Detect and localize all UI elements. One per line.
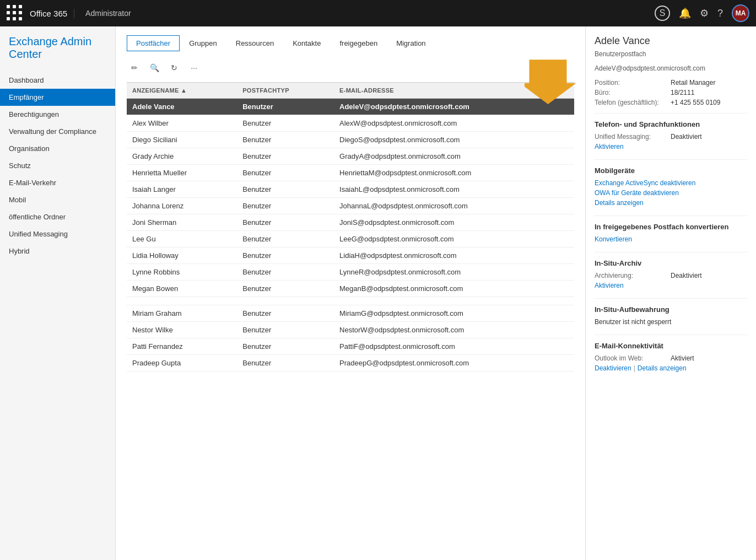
table-row[interactable]: Joni ShermanBenutzerJoniS@odpsdptest.onm… bbox=[127, 214, 574, 231]
table-row[interactable]: Patti FernandezBenutzerPattiF@odpsdptest… bbox=[127, 338, 574, 355]
cell-name: Megan Bowen bbox=[127, 281, 237, 297]
table-row[interactable]: Henrietta MuellerBenutzerHenriettaM@odps… bbox=[127, 165, 574, 181]
details2-link[interactable]: Details anzeigen bbox=[638, 364, 687, 372]
detail-telefon-label: Telefon (geschäftlich): bbox=[595, 99, 666, 106]
table-row[interactable]: Lynne RobbinsBenutzerLynneR@odpsdptest.o… bbox=[127, 264, 574, 281]
divider-3 bbox=[595, 216, 747, 216]
aktivieren-link[interactable]: Aktivieren bbox=[595, 143, 747, 150]
section-archiv: In-Situ-Archiv Archivierung: Deaktiviert… bbox=[595, 259, 747, 289]
cell-name bbox=[127, 297, 237, 305]
exchange-activesync-link[interactable]: Exchange ActiveSync deaktivieren bbox=[595, 179, 747, 187]
detail-position-row: Position: Retail Manager bbox=[595, 79, 747, 87]
section-mobil-title: Mobilgeräte bbox=[595, 166, 747, 175]
deaktivieren-link[interactable]: Deaktivieren bbox=[595, 364, 631, 372]
detail-position-value: Retail Manager bbox=[671, 79, 715, 87]
table-row[interactable]: Pradeep GuptaBenutzerPradeepG@odpsdptest… bbox=[127, 355, 574, 371]
konvertieren-link[interactable]: Konvertieren bbox=[595, 235, 747, 243]
sidebar-item-öffentliche-ordner[interactable]: öffentliche Ordner bbox=[0, 208, 115, 225]
avatar[interactable]: MA bbox=[732, 4, 749, 22]
admin-label: Administrator bbox=[85, 9, 648, 18]
cell-email: IsaiahL@odpsdptest.onmicrosoft.com bbox=[334, 181, 574, 198]
cell-email: JohannaL@odpsdptest.onmicrosoft.com bbox=[334, 198, 574, 214]
details-link[interactable]: Details anzeigen bbox=[595, 199, 747, 207]
detail-position-label: Position: bbox=[595, 79, 666, 87]
aktivieren2-link[interactable]: Aktivieren bbox=[595, 282, 747, 289]
cell-type: Benutzer bbox=[237, 305, 334, 322]
tab-freigegeben[interactable]: freigegeben bbox=[330, 35, 387, 51]
sidebar-item-verwaltung-der-compliance[interactable]: Verwaltung der Compliance bbox=[0, 123, 115, 140]
sidebar-item-unified-messaging[interactable]: Unified Messaging bbox=[0, 225, 115, 243]
archivierung-label: Archivierung: bbox=[595, 272, 666, 279]
cell-name: Grady Archie bbox=[127, 148, 237, 165]
sidebar-item-schutz[interactable]: Schutz bbox=[0, 157, 115, 174]
section-mobil: Mobilgeräte Exchange ActiveSync deaktivi… bbox=[595, 166, 747, 207]
sidebar-item-e-mail-verkehr[interactable]: E-Mail-Verkehr bbox=[0, 174, 115, 191]
sidebar-item-organisation[interactable]: Organisation bbox=[0, 140, 115, 157]
detail-buero-row: Büro: 18/2111 bbox=[595, 89, 747, 96]
cell-name: Adele Vance bbox=[127, 99, 237, 115]
detail-mailbox-type: Benutzerpostfach bbox=[595, 50, 747, 58]
cell-name: Lynne Robbins bbox=[127, 264, 237, 281]
section-freigegeben-title: In freigegebenes Postfach konvertieren bbox=[595, 223, 747, 231]
arrow-decoration bbox=[525, 57, 580, 112]
cell-name: Johanna Lorenz bbox=[127, 198, 237, 214]
table-row[interactable]: Nestor WilkeBenutzerNestorW@odpsdptest.o… bbox=[127, 322, 574, 338]
table-row[interactable] bbox=[127, 297, 574, 305]
table-row[interactable]: Diego SicilianiBenutzerDiegoS@odpsdptest… bbox=[127, 132, 574, 148]
cell-type bbox=[237, 297, 334, 305]
sidebar-item-empfänger[interactable]: Empfänger bbox=[0, 89, 115, 106]
table-row[interactable]: Johanna LorenzBenutzerJohannaL@odpsdptes… bbox=[127, 198, 574, 214]
help-icon[interactable]: ? bbox=[717, 8, 723, 19]
cell-type: Benutzer bbox=[237, 148, 334, 165]
cell-email: NestorW@odpsdptest.onmicrosoft.com bbox=[334, 322, 574, 338]
cell-type: Benutzer bbox=[237, 181, 334, 198]
cell-email: JoniS@odpsdptest.onmicrosoft.com bbox=[334, 214, 574, 231]
tab-postfächer[interactable]: Postfächer bbox=[127, 35, 180, 51]
table-row[interactable]: Miriam GrahamBenutzerMiriamG@odpsdptest.… bbox=[127, 305, 574, 322]
owa-link[interactable]: OWA für Geräte deaktivieren bbox=[595, 189, 747, 197]
table-row[interactable]: Grady ArchieBenutzerGradyA@odpsdptest.on… bbox=[127, 148, 574, 165]
sidebar-item-hybrid[interactable]: Hybrid bbox=[0, 243, 115, 260]
cell-email: HenriettaM@odpsdptest.onmicrosoft.com bbox=[334, 165, 574, 181]
more-button[interactable]: ··· bbox=[186, 60, 202, 76]
cell-type: Benutzer bbox=[237, 247, 334, 264]
refresh-button[interactable]: ↻ bbox=[166, 60, 182, 76]
topbar: Office 365 Administrator S 🔔 ⚙ ? MA bbox=[0, 0, 756, 26]
table-row[interactable]: Lidia HollowayBenutzerLidiaH@odpsdptest.… bbox=[127, 247, 574, 264]
cell-name: Lee Gu bbox=[127, 231, 237, 247]
table-row[interactable]: Alex WilberBenutzerAlexW@odpsdptest.onmi… bbox=[127, 115, 574, 132]
cell-type: Benutzer bbox=[237, 338, 334, 355]
edit-button[interactable]: ✏ bbox=[127, 60, 142, 76]
tab-ressourcen[interactable]: Ressourcen bbox=[226, 35, 283, 51]
sidebar-item-mobil[interactable]: Mobil bbox=[0, 191, 115, 208]
tab-gruppen[interactable]: Gruppen bbox=[180, 35, 226, 51]
sidebar-item-berechtigungen[interactable]: Berechtigungen bbox=[0, 106, 115, 123]
app-grid-icon[interactable] bbox=[7, 5, 23, 21]
col-name[interactable]: ANZEIGENAME ▲ bbox=[127, 83, 237, 99]
search-button[interactable]: 🔍 bbox=[147, 60, 162, 76]
table-row[interactable]: Isaiah LangerBenutzerIsaiahL@odpsdptest.… bbox=[127, 181, 574, 198]
cell-name: Diego Siciliani bbox=[127, 132, 237, 148]
skype-icon[interactable]: S bbox=[655, 6, 670, 21]
detail-telefon-value: +1 425 555 0109 bbox=[671, 99, 720, 106]
main-layout: Exchange Admin Center DashboardEmpfänger… bbox=[0, 26, 756, 560]
cell-email: MiriamG@odpsdptest.onmicrosoft.com bbox=[334, 305, 574, 322]
table-row[interactable]: Megan BowenBenutzerMeganB@odpsdptest.onm… bbox=[127, 281, 574, 297]
unified-messaging-row: Unified Messaging: Deaktiviert bbox=[595, 133, 747, 141]
table-row[interactable]: Adele VanceBenutzerAdeleV@odpsdptest.onm… bbox=[127, 99, 574, 115]
aufbewahrung-value: Benutzer ist nicht gesperrt bbox=[595, 318, 747, 326]
cell-type: Benutzer bbox=[237, 322, 334, 338]
bell-icon[interactable]: 🔔 bbox=[679, 7, 691, 19]
table-section: PostfächerGruppenRessourcenKontaktefreig… bbox=[116, 26, 585, 560]
detail-buero-label: Büro: bbox=[595, 89, 666, 96]
cell-type: Benutzer bbox=[237, 198, 334, 214]
tab-kontakte[interactable]: Kontakte bbox=[283, 35, 330, 51]
page-title: Exchange Admin Center bbox=[0, 35, 115, 72]
divider-6 bbox=[595, 335, 747, 335]
divider-5 bbox=[595, 298, 747, 299]
tab-migration[interactable]: Migration bbox=[387, 35, 435, 51]
sidebar-item-dashboard[interactable]: Dashboard bbox=[0, 72, 115, 89]
gear-icon[interactable]: ⚙ bbox=[700, 7, 709, 19]
col-type[interactable]: POSTFACHTYP bbox=[237, 83, 334, 99]
table-row[interactable]: Lee GuBenutzerLeeG@odpsdptest.onmicrosof… bbox=[127, 231, 574, 247]
